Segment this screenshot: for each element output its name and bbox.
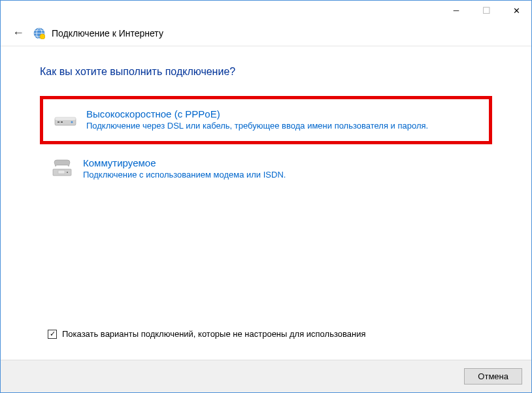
header: ← Подключение к Интернету	[1, 20, 531, 46]
globe-icon	[33, 27, 45, 39]
close-button[interactable]	[501, 1, 531, 20]
option-dialup[interactable]: Коммутируемое Подключение с использовани…	[40, 148, 492, 190]
footer: Отмена	[1, 360, 531, 392]
option-dialup-title: Коммутируемое	[83, 157, 482, 168]
svg-point-11	[67, 172, 68, 173]
window-title: Подключение к Интернету	[52, 28, 163, 39]
svg-point-3	[40, 34, 45, 39]
option-dialup-desc: Подключение с использованием модема или …	[83, 170, 482, 181]
option-pppoe-desc: Подключение через DSL или кабель, требую…	[86, 121, 478, 132]
svg-point-8	[71, 121, 73, 123]
svg-rect-10	[58, 170, 65, 174]
back-arrow-icon[interactable]: ←	[12, 26, 24, 40]
option-pppoe-title: Высокоскоростное (с PPPoE)	[86, 108, 478, 119]
option-pppoe-text: Высокоскоростное (с PPPoE) Подключение ч…	[86, 108, 478, 132]
content-area: Как вы хотите выполнить подключение? Выс…	[1, 46, 531, 190]
cancel-button[interactable]: Отмена	[464, 368, 522, 385]
minimize-button[interactable]	[441, 1, 471, 20]
checkbox-icon[interactable]: ✓	[48, 330, 57, 339]
svg-rect-7	[61, 121, 63, 123]
svg-rect-5	[55, 118, 76, 120]
show-all-checkbox-row[interactable]: ✓ Показать варианты подключений, которые…	[48, 329, 365, 339]
modem-icon	[54, 108, 77, 132]
checkbox-label: Показать варианты подключений, которые н…	[62, 329, 365, 339]
titlebar	[1, 1, 531, 20]
option-pppoe[interactable]: Высокоскоростное (с PPPoE) Подключение ч…	[40, 96, 492, 144]
main-question: Как вы хотите выполнить подключение?	[40, 66, 492, 78]
phone-modem-icon	[50, 157, 74, 181]
maximize-button	[471, 1, 501, 20]
option-dialup-text: Коммутируемое Подключение с использовани…	[83, 157, 482, 181]
svg-rect-6	[58, 121, 59, 123]
